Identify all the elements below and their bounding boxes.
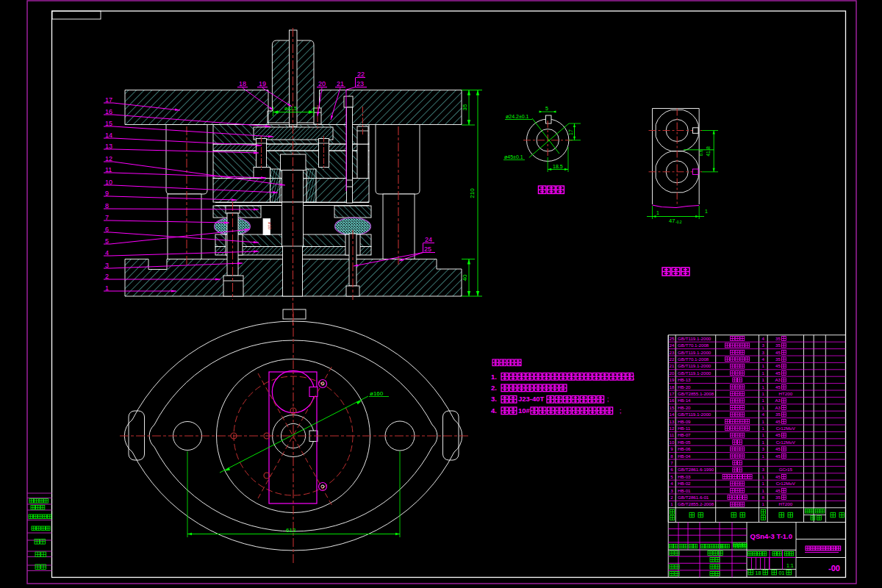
svg-text:GB/T2861.6-1990: GB/T2861.6-1990 — [678, 467, 714, 472]
svg-text:47: 47 — [669, 218, 675, 224]
svg-text:3: 3 — [762, 467, 765, 472]
svg-text:22: 22 — [670, 356, 675, 362]
svg-text:1:1: 1:1 — [786, 563, 794, 568]
svg-text:13: 13 — [105, 143, 112, 150]
svg-text:5: 5 — [105, 237, 109, 245]
svg-text:HT200: HT200 — [779, 501, 793, 506]
svg-text:15: 15 — [670, 405, 675, 410]
svg-text:1: 1 — [705, 209, 708, 214]
svg-text:GCr15: GCr15 — [779, 467, 793, 472]
svg-text:QSn4-3 T-1.0: QSn4-3 T-1.0 — [750, 532, 793, 540]
svg-text:HB-14: HB-14 — [678, 398, 691, 403]
svg-text:18: 18 — [670, 384, 675, 390]
svg-text:3: 3 — [762, 343, 765, 348]
svg-text:25: 25 — [670, 336, 675, 341]
svg-text:35: 35 — [462, 104, 468, 110]
svg-text:;: ; — [560, 384, 562, 392]
svg-text:GB/T2855.1-2008: GB/T2855.1-2008 — [678, 391, 714, 396]
svg-text:Cr12MoV: Cr12MoV — [776, 426, 796, 431]
svg-text:1: 1 — [762, 453, 765, 459]
svg-text:45: 45 — [775, 488, 781, 493]
svg-text::: : — [519, 359, 521, 367]
svg-text:HB-13: HB-13 — [678, 377, 691, 382]
svg-text:HB-11: HB-11 — [678, 426, 691, 431]
svg-text:8: 8 — [105, 202, 109, 209]
svg-text:21: 21 — [337, 80, 344, 87]
svg-text:19: 19 — [259, 80, 266, 87]
svg-text:9: 9 — [105, 190, 109, 197]
svg-text:-0.2: -0.2 — [675, 220, 682, 224]
svg-text:J23-40T: J23-40T — [518, 395, 545, 403]
svg-text:GB/T70.1-2008: GB/T70.1-2008 — [678, 356, 709, 362]
svg-text:HB-02: HB-02 — [678, 481, 691, 486]
svg-text:4.: 4. — [491, 406, 497, 415]
svg-text:GB/T119.1-2000: GB/T119.1-2000 — [678, 363, 711, 368]
svg-text:11: 11 — [670, 432, 675, 437]
svg-text:35: 35 — [775, 412, 781, 417]
svg-text:4: 4 — [762, 356, 765, 362]
svg-text:;: ; — [607, 395, 609, 403]
svg-text:13: 13 — [670, 419, 675, 424]
svg-text:45: 45 — [775, 453, 781, 459]
svg-text:45: 45 — [775, 446, 781, 451]
svg-text:17: 17 — [105, 96, 112, 104]
svg-text:18.5: 18.5 — [553, 164, 563, 169]
svg-text:HB-03: HB-03 — [678, 474, 691, 479]
svg-text:2: 2 — [670, 495, 673, 500]
svg-text:3: 3 — [670, 488, 673, 493]
svg-text:16: 16 — [670, 398, 675, 403]
svg-text:Cr12MoV: Cr12MoV — [776, 440, 796, 445]
svg-text:4: 4 — [762, 336, 765, 341]
svg-text:GB/T119.1-2000: GB/T119.1-2000 — [678, 370, 711, 376]
svg-text:17: 17 — [670, 391, 675, 396]
svg-text:35: 35 — [775, 336, 781, 341]
svg-text:4: 4 — [670, 481, 673, 486]
svg-text:1: 1 — [105, 284, 109, 292]
svg-text:1: 1 — [762, 363, 765, 368]
svg-text:1: 1 — [762, 370, 765, 376]
svg-text:HB-01: HB-01 — [678, 488, 691, 493]
svg-text:1: 1 — [762, 501, 765, 506]
svg-text:1: 1 — [656, 210, 659, 215]
svg-text:14: 14 — [670, 412, 675, 417]
svg-text:GB/T2861.6-01: GB/T2861.6-01 — [678, 495, 709, 500]
svg-text:23: 23 — [670, 350, 675, 355]
svg-text:3.: 3. — [491, 395, 497, 403]
svg-text:ø10: ø10 — [268, 222, 272, 230]
svg-text:HB-05: HB-05 — [678, 440, 691, 445]
svg-text:18: 18 — [239, 80, 246, 87]
svg-text:HT200: HT200 — [779, 391, 793, 396]
svg-text:613: 613 — [286, 527, 296, 534]
svg-text:1: 1 — [762, 488, 765, 493]
svg-text:ø24.2±0.1: ø24.2±0.1 — [506, 114, 529, 119]
svg-text:12: 12 — [105, 155, 112, 162]
svg-text:5: 5 — [545, 106, 548, 111]
svg-text:;: ; — [620, 407, 622, 415]
svg-text:1: 1 — [762, 391, 765, 396]
svg-text:40: 40 — [462, 274, 468, 281]
svg-text:GB/T119.1-2000: GB/T119.1-2000 — [678, 336, 711, 341]
svg-text:01: 01 — [779, 570, 785, 576]
svg-text:3: 3 — [762, 350, 765, 355]
svg-text:21: 21 — [670, 363, 675, 368]
svg-text:3: 3 — [105, 262, 109, 269]
svg-text:1: 1 — [762, 481, 765, 486]
svg-text:HB-04: HB-04 — [678, 453, 691, 459]
svg-text:0.8: 0.8 — [699, 149, 703, 156]
svg-text:11: 11 — [105, 166, 112, 173]
svg-text:1: 1 — [762, 398, 765, 403]
svg-text:10: 10 — [105, 179, 112, 186]
svg-text:20: 20 — [670, 370, 675, 376]
svg-text:10#: 10# — [518, 406, 531, 415]
svg-text:1: 1 — [762, 432, 765, 437]
svg-text:24: 24 — [425, 236, 432, 243]
svg-text:35: 35 — [775, 495, 781, 500]
svg-text:7: 7 — [105, 214, 109, 221]
svg-text:16: 16 — [105, 108, 112, 115]
svg-text:HB-07: HB-07 — [678, 432, 691, 437]
svg-text:GB/T119.1-2000: GB/T119.1-2000 — [678, 412, 711, 417]
svg-text:35: 35 — [775, 356, 781, 362]
svg-text:12: 12 — [670, 426, 675, 431]
svg-text:3: 3 — [762, 446, 765, 451]
svg-text:14: 14 — [105, 132, 112, 139]
